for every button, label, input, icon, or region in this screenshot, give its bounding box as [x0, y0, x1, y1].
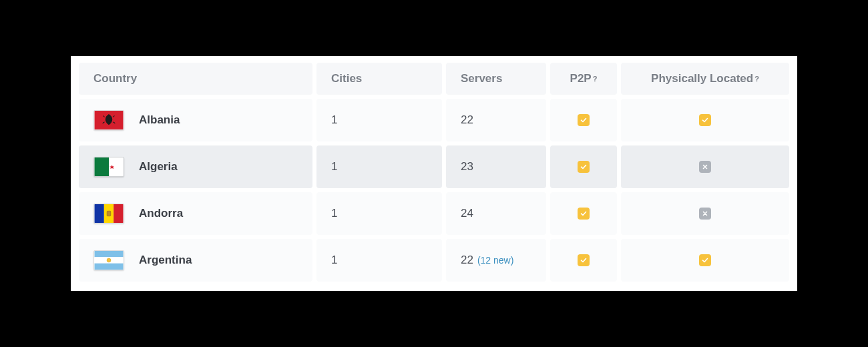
- cell-p2p: [550, 239, 617, 282]
- flag-icon-dz: [93, 157, 124, 177]
- svg-rect-10: [95, 264, 124, 270]
- svg-rect-8: [95, 251, 124, 257]
- server-table-panel: Country Cities Servers P2P? Physically L…: [71, 56, 797, 291]
- header-cities[interactable]: Cities: [316, 63, 442, 95]
- check-icon: [578, 114, 590, 126]
- cell-p2p: [550, 99, 617, 141]
- header-country-label: Country: [93, 72, 137, 85]
- cities-value: 1: [331, 207, 337, 220]
- cities-value: 1: [331, 113, 337, 127]
- cell-servers: 23: [446, 145, 546, 188]
- help-icon[interactable]: ?: [593, 75, 598, 83]
- cell-country: Andorra: [79, 192, 312, 235]
- flag-icon-ad: [93, 204, 124, 224]
- cross-icon: [699, 208, 711, 220]
- country-name: Algeria: [139, 160, 178, 174]
- table-header-row: Country Cities Servers P2P? Physically L…: [79, 63, 789, 95]
- header-servers-label: Servers: [461, 72, 502, 85]
- svg-rect-6: [114, 204, 123, 223]
- cell-cities: 1: [316, 239, 442, 282]
- cities-value: 1: [331, 254, 337, 267]
- servers-value: 22: [461, 254, 473, 267]
- cell-physically-located: [621, 192, 789, 235]
- cell-physically-located: [621, 239, 789, 282]
- check-icon: [578, 208, 590, 220]
- check-icon: [578, 254, 590, 266]
- flag-icon-al: [93, 110, 124, 130]
- svg-rect-4: [95, 204, 104, 223]
- country-name: Andorra: [139, 207, 183, 220]
- check-icon: [699, 254, 711, 266]
- servers-value: 24: [461, 207, 473, 220]
- servers-extra: (12 new): [477, 255, 513, 266]
- cell-cities: 1: [316, 192, 442, 235]
- servers-value: 22: [461, 113, 473, 127]
- table-row: Andorra 1 24: [79, 192, 789, 235]
- header-country[interactable]: Country: [79, 63, 312, 95]
- help-icon[interactable]: ?: [754, 75, 759, 83]
- header-servers[interactable]: Servers: [446, 63, 546, 95]
- cell-servers: 22: [446, 99, 546, 141]
- cell-country: Argentina: [79, 239, 312, 282]
- cross-icon: [699, 161, 711, 173]
- servers-value: 23: [461, 160, 473, 174]
- cities-value: 1: [331, 160, 337, 174]
- server-table: Country Cities Servers P2P? Physically L…: [79, 63, 789, 282]
- cell-cities: 1: [316, 145, 442, 188]
- cell-country: Algeria: [79, 145, 312, 188]
- cell-cities: 1: [316, 99, 442, 141]
- svg-rect-7: [107, 211, 111, 216]
- country-name: Albania: [139, 113, 180, 127]
- table-row: Argentina 1 22 (12 new): [79, 239, 789, 282]
- svg-rect-1: [95, 157, 109, 176]
- table-row: Algeria 1 23: [79, 145, 789, 188]
- header-cities-label: Cities: [331, 72, 362, 85]
- cell-servers: 24: [446, 192, 546, 235]
- table-row: Albania 1 22: [79, 99, 789, 141]
- check-icon: [699, 114, 711, 126]
- header-physically-located[interactable]: Physically Located?: [621, 63, 789, 95]
- header-physically-located-label: Physically Located: [651, 72, 753, 85]
- cell-country: Albania: [79, 99, 312, 141]
- flag-icon-ar: [93, 250, 124, 270]
- cell-p2p: [550, 192, 617, 235]
- cell-p2p: [550, 145, 617, 188]
- cell-servers: 22 (12 new): [446, 239, 546, 282]
- cell-physically-located: [621, 145, 789, 188]
- country-name: Argentina: [139, 254, 192, 267]
- svg-point-11: [107, 258, 111, 262]
- header-p2p[interactable]: P2P?: [550, 63, 617, 95]
- check-icon: [578, 161, 590, 173]
- cell-physically-located: [621, 99, 789, 141]
- header-p2p-label: P2P: [570, 72, 592, 85]
